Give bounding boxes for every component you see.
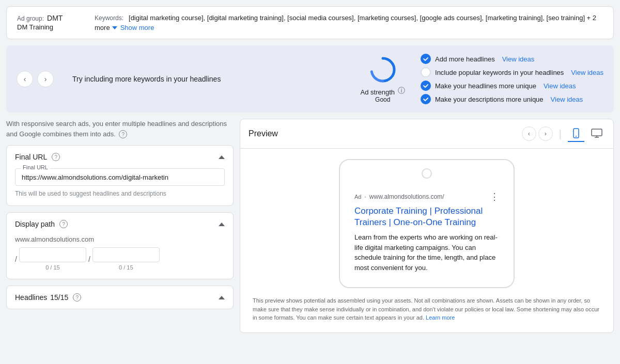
svg-rect-5	[592, 129, 602, 136]
preview-body: Ad · www.almondsolutions.com/ ⋮ Corporat…	[240, 149, 613, 333]
strength-actions: Add more headlines View ideas Include po…	[421, 54, 603, 104]
intro-text: With responsive search ads, you enter mu…	[6, 119, 234, 139]
final-url-field-wrapper: Final URL	[15, 168, 225, 186]
action-unique-descriptions: Make your descriptions more unique View …	[421, 94, 603, 104]
preview-nav: ‹ ›	[522, 126, 553, 141]
check-icon-add-headlines	[421, 54, 431, 64]
final-url-card: Final URL ? Final URL This will be used …	[6, 145, 234, 206]
headlines-card: Headlines 15/15 ?	[6, 286, 234, 309]
action-text-unique-descriptions: Make your descriptions more unique	[435, 96, 544, 103]
final-url-chevron-icon	[219, 155, 225, 159]
ad-more-icon[interactable]: ⋮	[490, 191, 499, 202]
display-path-url: www.almondsolutions.com	[15, 235, 225, 243]
circle-icon-include-keywords	[421, 67, 431, 77]
check-icon-unique-descriptions	[421, 94, 431, 104]
display-path-chevron-icon	[219, 223, 225, 226]
check-icon-unique-headlines	[421, 81, 431, 91]
path-inputs: / 0 / 15 / 0 / 15	[15, 247, 225, 271]
final-url-hint: This will be used to suggest headlines a…	[15, 190, 225, 197]
ad-meta-left: Ad · www.almondsolutions.com/	[354, 193, 444, 200]
ad-group-label: Ad group:	[17, 15, 44, 22]
final-url-field-label: Final URL	[21, 164, 50, 170]
final-url-title: Final URL ?	[15, 153, 60, 161]
action-text-include-keywords: Include popular keywords in your headlin…	[435, 69, 564, 76]
learn-more-link[interactable]: Learn more	[426, 314, 455, 321]
top-bar: Ad group: DMT DM Training Keywords: [dig…	[6, 6, 614, 39]
tip-text: Try including more keywords in your head…	[62, 75, 361, 83]
action-text-add-headlines: Add more headlines	[435, 55, 495, 63]
ad-dot: ·	[364, 193, 366, 200]
phone-notch-icon	[422, 168, 432, 179]
headlines-info-icon[interactable]: ?	[73, 293, 81, 302]
keywords-label: Keywords:	[95, 14, 123, 22]
preview-prev-btn[interactable]: ‹	[522, 126, 536, 141]
display-path-content: www.almondsolutions.com / 0 / 15 / 0 / 1…	[7, 235, 233, 279]
view-ideas-unique-descriptions[interactable]: View ideas	[551, 96, 583, 103]
final-url-content: Final URL This will be used to suggest h…	[7, 168, 233, 205]
preview-next-btn[interactable]: ›	[538, 126, 553, 141]
preview-divider-icon: |	[559, 128, 562, 140]
display-path-info-icon[interactable]: ?	[59, 220, 68, 228]
chevron-down-icon	[112, 26, 117, 29]
path-separator-2: /	[88, 255, 90, 263]
headlines-count: 15/15	[50, 293, 68, 302]
ad-description: Learn from the experts who are working o…	[354, 232, 499, 273]
ad-strength-section: Ad strength ⓘ Good	[361, 55, 406, 103]
path1-counter: 0 / 15	[45, 264, 60, 271]
ad-strength-info-icon[interactable]: ⓘ	[398, 86, 405, 96]
device-icons	[568, 125, 605, 142]
path2-input[interactable]	[92, 247, 160, 262]
ad-strength-label: Ad strength	[361, 88, 395, 96]
final-url-input[interactable]	[22, 173, 218, 181]
ad-group-name: DMT	[47, 14, 63, 22]
strength-bar: ‹ › Try including more keywords in your …	[6, 45, 614, 113]
headlines-chevron-icon	[219, 296, 225, 299]
view-ideas-unique-headlines[interactable]: View ideas	[544, 82, 576, 90]
keywords-section: Keywords: [digital marketing course], [d…	[95, 14, 603, 31]
path1-wrapper: 0 / 15	[19, 247, 86, 271]
main-content: With responsive search ads, you enter mu…	[6, 119, 614, 333]
headlines-header[interactable]: Headlines 15/15 ?	[7, 286, 233, 309]
path-separator-1: /	[15, 255, 17, 263]
path1-input[interactable]	[19, 247, 86, 262]
display-path-header[interactable]: Display path ?	[7, 213, 233, 235]
display-path-card: Display path ? www.almondsolutions.com /…	[6, 212, 234, 279]
display-path-title: Display path ?	[15, 220, 68, 228]
action-include-keywords: Include popular keywords in your headlin…	[421, 67, 603, 77]
nav-arrows: ‹ ›	[17, 71, 54, 87]
show-more-row: more Show more	[95, 24, 154, 31]
intro-info-icon[interactable]: ?	[119, 130, 127, 138]
ad-card: Ad · www.almondsolutions.com/ ⋮ Corporat…	[348, 185, 505, 279]
more-text: more	[95, 24, 110, 31]
ad-meta: Ad · www.almondsolutions.com/ ⋮	[354, 191, 499, 202]
left-panel: With responsive search ads, you enter mu…	[6, 119, 234, 333]
keywords-text: [digital marketing course], [digital mar…	[129, 14, 596, 22]
action-text-unique-headlines: Make your headlines more unique	[435, 82, 536, 90]
ad-domain: www.almondsolutions.com/	[369, 193, 444, 200]
svg-point-4	[576, 136, 577, 137]
ad-strength-ring	[368, 55, 397, 84]
path2-counter: 0 / 15	[119, 264, 133, 271]
ad-group-section: Ad group: DMT DM Training	[17, 14, 79, 31]
preview-disclaimer: This preview shows potential ads assembl…	[251, 296, 603, 322]
final-url-info-icon[interactable]: ?	[52, 153, 60, 161]
right-panel: Preview ‹ › |	[240, 119, 614, 333]
ad-group-sub: DM Training	[17, 23, 79, 31]
preview-title: Preview	[249, 129, 278, 138]
desktop-device-btn[interactable]	[588, 125, 605, 142]
ad-badge: Ad	[354, 194, 361, 200]
next-arrow[interactable]: ›	[37, 71, 54, 87]
preview-controls: ‹ › |	[522, 125, 605, 142]
headlines-title: Headlines 15/15 ?	[15, 293, 81, 302]
action-add-headlines: Add more headlines View ideas	[421, 54, 603, 64]
prev-arrow[interactable]: ‹	[17, 71, 33, 87]
phone-mockup: Ad · www.almondsolutions.com/ ⋮ Corporat…	[339, 159, 515, 288]
preview-header: Preview ‹ › |	[240, 119, 613, 149]
ad-headline[interactable]: Corporate Training | Professional Traine…	[354, 205, 499, 228]
mobile-device-btn[interactable]	[568, 125, 584, 142]
show-more-link[interactable]: Show more	[120, 24, 154, 31]
ad-strength-value: Good	[375, 96, 390, 103]
path2-wrapper: 0 / 15	[92, 247, 160, 271]
view-ideas-add-headlines[interactable]: View ideas	[502, 55, 535, 63]
view-ideas-include-keywords[interactable]: View ideas	[571, 69, 603, 76]
